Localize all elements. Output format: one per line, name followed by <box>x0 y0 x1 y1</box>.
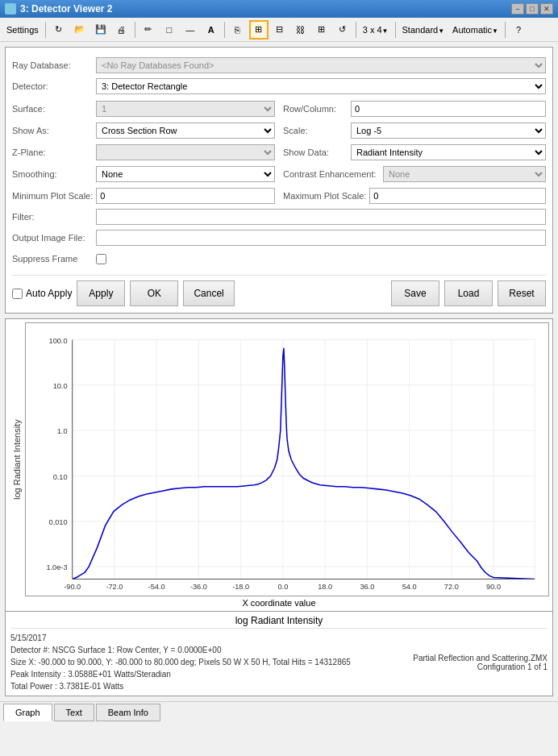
scale-select[interactable]: Log -5 <box>351 123 546 139</box>
toolbar-sep-4 <box>356 22 356 38</box>
contrast-label: Contrast Enhancement: <box>283 169 380 179</box>
svg-text:10.0: 10.0 <box>53 382 68 390</box>
reset-view-button[interactable]: ↺ <box>333 20 352 39</box>
suppress-label: Suppress Frame <box>12 254 93 264</box>
min-plot-row: Minimum Plot Scale: <box>12 186 275 206</box>
toolbar-sep-1 <box>45 22 46 38</box>
contrast-row: Contrast Enhancement: None <box>283 164 546 184</box>
svg-text:-90.0: -90.0 <box>64 583 81 591</box>
svg-text:1.0: 1.0 <box>57 427 68 435</box>
minimize-button[interactable]: – <box>511 3 524 15</box>
svg-text:0.10: 0.10 <box>53 473 68 481</box>
x-axis-label: X coordinate value <box>9 598 549 608</box>
scale-label: Scale: <box>283 126 348 135</box>
min-plot-input[interactable] <box>96 188 275 204</box>
ray-database-label: Ray Database: <box>12 60 93 70</box>
smoothing-label: Smoothing: <box>12 169 93 179</box>
tab-text[interactable]: Text <box>54 704 94 721</box>
smoothing-row: Smoothing: None <box>12 164 275 184</box>
auto-apply-label: Auto Apply <box>26 288 72 299</box>
save-button[interactable]: 💾 <box>91 20 110 39</box>
svg-text:54.0: 54.0 <box>402 583 417 591</box>
show-data-select[interactable]: Radiant Intensity <box>351 144 546 160</box>
chart-area: log Radiant Intensity <box>9 322 549 596</box>
svg-text:-72.0: -72.0 <box>106 583 123 591</box>
line-button[interactable]: — <box>181 20 200 39</box>
reset-button[interactable]: Reset <box>498 280 546 306</box>
smoothing-select[interactable]: None <box>96 166 275 182</box>
output-input[interactable] <box>96 230 546 246</box>
footer-filename: Partial Reflection and Scattering.ZMX <box>413 654 548 663</box>
rect-button[interactable]: □ <box>160 20 179 39</box>
toolbar: Settings ↻ 📂 💾 🖨 ✏ □ — A ⎘ ⊞ ⊟ ⛓ ⊞ ↺ 3 x… <box>0 18 558 42</box>
copy-button[interactable]: ⎘ <box>228 20 248 39</box>
ray-database-select[interactable]: <No Ray Databases Found> <box>96 57 546 73</box>
show-as-select[interactable]: Cross Section Row <box>96 123 275 139</box>
output-row: Output Image File: <box>12 228 546 247</box>
svg-text:100.0: 100.0 <box>49 337 68 345</box>
max-plot-label: Maximum Plot Scale: <box>283 191 366 201</box>
min-plot-label: Minimum Plot Scale: <box>12 191 93 201</box>
close-button[interactable]: ✕ <box>540 3 553 15</box>
text-button[interactable]: A <box>202 20 221 39</box>
settings-menu[interactable]: Settings <box>3 20 42 39</box>
show-as-row: Show As: Cross Section Row <box>12 121 275 140</box>
svg-text:0.010: 0.010 <box>49 518 68 526</box>
filter-input[interactable] <box>96 209 546 225</box>
svg-text:18.0: 18.0 <box>318 583 332 591</box>
apply-button[interactable]: Apply <box>77 280 125 306</box>
footer-line3: Size X: -90.000 to 90.000, Y: -80.000 to… <box>10 656 378 668</box>
settings-panel: Ray Database: <No Ray Databases Found> D… <box>5 47 553 314</box>
row-column-input[interactable] <box>351 101 546 117</box>
footer-line1: 5/15/2017 <box>10 632 378 644</box>
grid-button[interactable]: ⊞ <box>249 20 269 39</box>
chain-button[interactable]: ⛓ <box>291 20 310 39</box>
auto-apply-group: Auto Apply <box>12 288 72 299</box>
chart-inner[interactable]: 100.0 10.0 1.0 0.10 0.010 1.0e-3 -90.0 -… <box>25 322 549 596</box>
open-button[interactable]: 📂 <box>70 20 90 39</box>
grid-size-dropdown[interactable]: 3 x 4 <box>360 20 392 39</box>
window-title: 3: Detector Viewer 2 <box>20 3 113 15</box>
ok-button[interactable]: OK <box>130 280 178 306</box>
show-data-label: Show Data: <box>283 147 348 157</box>
chart-footer: log Radiant Intensity 5/15/2017 Detector… <box>5 612 553 696</box>
detector-select[interactable]: 3: Detector Rectangle <box>96 78 546 94</box>
scale-row: Scale: Log -5 <box>283 121 546 140</box>
cancel-button[interactable]: Cancel <box>183 280 234 306</box>
tab-beam-info[interactable]: Beam Info <box>96 704 160 721</box>
bottom-tabs: Graph Text Beam Info <box>0 701 558 722</box>
chart-footer-right: Partial Reflection and Scattering.ZMX Co… <box>386 632 548 692</box>
footer-config: Configuration 1 of 1 <box>413 663 548 671</box>
chart-footer-body: 5/15/2017 Detector #: NSCG Surface 1: Ro… <box>10 632 548 692</box>
auto-apply-checkbox[interactable] <box>12 289 23 299</box>
standard-dropdown[interactable]: Standard <box>399 20 448 39</box>
max-plot-input[interactable] <box>369 188 546 204</box>
svg-text:36.0: 36.0 <box>360 583 374 591</box>
window-controls[interactable]: – □ ✕ <box>511 3 553 15</box>
zplane-row: Z-Plane: <box>12 143 275 162</box>
refresh-button[interactable]: ↻ <box>49 20 69 39</box>
show-data-row: Show Data: Radiant Intensity <box>283 143 546 162</box>
output-label: Output Image File: <box>12 233 93 243</box>
suppress-checkbox[interactable] <box>96 254 106 264</box>
pencil-button[interactable]: ✏ <box>139 20 158 39</box>
surface-select[interactable]: 1 <box>96 101 275 117</box>
max-plot-row: Maximum Plot Scale: <box>283 186 546 206</box>
zplane-select[interactable] <box>96 144 275 160</box>
maximize-button[interactable]: □ <box>526 3 539 15</box>
row-column-row: Row/Column: <box>283 99 546 118</box>
load-button[interactable]: Load <box>444 280 493 306</box>
automatic-dropdown[interactable]: Automatic <box>449 20 502 39</box>
chart-footer-text: 5/15/2017 Detector #: NSCG Surface 1: Ro… <box>10 632 378 692</box>
save-file-button[interactable]: Save <box>391 280 439 306</box>
help-button[interactable]: ? <box>509 20 528 39</box>
ray-database-row: Ray Database: <No Ray Databases Found> <box>12 56 546 75</box>
grid2-button[interactable]: ⊞ <box>312 20 331 39</box>
footer-line5: Total Power : 3.7381E-01 Watts <box>10 680 378 692</box>
contrast-select[interactable]: None <box>383 166 546 182</box>
export-button[interactable]: ⊟ <box>270 20 289 39</box>
print-button[interactable]: 🖨 <box>112 20 131 39</box>
button-row: Auto Apply Apply OK Cancel Save Load Res… <box>12 275 546 306</box>
tab-graph[interactable]: Graph <box>3 704 52 721</box>
detector-row: Detector: 3: Detector Rectangle <box>12 77 546 96</box>
